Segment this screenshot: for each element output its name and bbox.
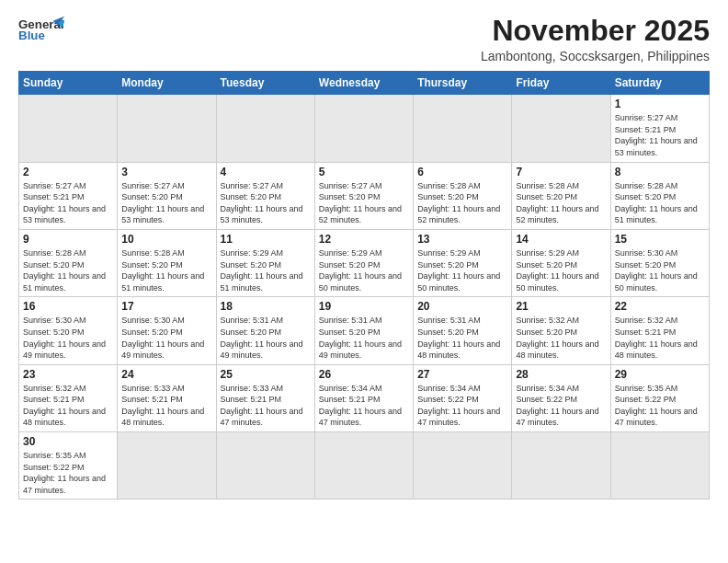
weekday-header-saturday: Saturday: [610, 72, 709, 95]
calendar-cell: 12Sunrise: 5:29 AMSunset: 5:20 PMDayligh…: [314, 229, 413, 296]
sunrise: Sunrise: 5:27 AM: [23, 181, 86, 190]
cell-info: Sunrise: 5:35 AMSunset: 5:22 PMDaylight:…: [615, 383, 705, 429]
cell-info: Sunrise: 5:31 AMSunset: 5:20 PMDaylight:…: [319, 315, 409, 361]
sunrise: Sunrise: 5:35 AM: [23, 451, 86, 460]
daylight: Daylight: 11 hours and 47 minutes.: [417, 407, 500, 428]
logo-icon: General Blue: [18, 15, 64, 42]
cell-info: Sunrise: 5:35 AMSunset: 5:22 PMDaylight:…: [23, 450, 113, 496]
logo: General Blue: [18, 15, 64, 42]
daylight: Daylight: 11 hours and 51 minutes.: [121, 271, 204, 293]
sunset: Sunset: 5:20 PM: [221, 192, 282, 201]
day-number: 4: [221, 166, 311, 178]
sunset: Sunset: 5:21 PM: [615, 327, 677, 337]
month-title: November 2025: [481, 15, 710, 47]
sunset: Sunset: 5:20 PM: [23, 327, 85, 337]
cell-info: Sunrise: 5:28 AMSunset: 5:20 PMDaylight:…: [615, 180, 705, 226]
day-number: 13: [417, 233, 507, 246]
sunset: Sunset: 5:20 PM: [417, 327, 479, 337]
daylight: Daylight: 11 hours and 53 minutes.: [221, 204, 303, 225]
calendar-cell: 4Sunrise: 5:27 AMSunset: 5:20 PMDaylight…: [216, 162, 314, 229]
calendar-row-5: 30Sunrise: 5:35 AMSunset: 5:22 PMDayligh…: [19, 432, 710, 500]
calendar-cell: 29Sunrise: 5:35 AMSunset: 5:22 PMDayligh…: [610, 364, 709, 431]
sunset: Sunset: 5:20 PM: [121, 192, 183, 201]
cell-info: Sunrise: 5:28 AMSunset: 5:20 PMDaylight:…: [516, 180, 606, 226]
calendar-cell: 14Sunrise: 5:29 AMSunset: 5:20 PMDayligh…: [512, 229, 610, 296]
cell-info: Sunrise: 5:29 AMSunset: 5:20 PMDaylight:…: [221, 247, 311, 293]
calendar-cell: [118, 432, 216, 500]
calendar-cell: [610, 432, 709, 500]
daylight: Daylight: 11 hours and 47 minutes.: [615, 407, 698, 428]
day-number: 19: [319, 300, 409, 313]
calendar-cell: 24Sunrise: 5:33 AMSunset: 5:21 PMDayligh…: [118, 364, 216, 431]
sunrise: Sunrise: 5:33 AM: [221, 384, 284, 393]
day-number: 5: [319, 166, 409, 178]
calendar-cell: 8Sunrise: 5:28 AMSunset: 5:20 PMDaylight…: [610, 162, 709, 229]
calendar-cell: 26Sunrise: 5:34 AMSunset: 5:21 PMDayligh…: [314, 364, 413, 431]
sunrise: Sunrise: 5:29 AM: [417, 248, 481, 258]
cell-info: Sunrise: 5:29 AMSunset: 5:20 PMDaylight:…: [516, 247, 606, 293]
sunset: Sunset: 5:20 PM: [121, 327, 183, 337]
calendar-cell: 28Sunrise: 5:34 AMSunset: 5:22 PMDayligh…: [512, 364, 610, 431]
daylight: Daylight: 11 hours and 47 minutes.: [23, 474, 106, 495]
day-number: 2: [23, 166, 113, 178]
sunset: Sunset: 5:20 PM: [516, 192, 577, 201]
sunrise: Sunrise: 5:30 AM: [23, 316, 86, 325]
calendar-cell: 18Sunrise: 5:31 AMSunset: 5:20 PMDayligh…: [216, 297, 314, 364]
day-number: 9: [23, 233, 113, 246]
calendar-cell: 10Sunrise: 5:28 AMSunset: 5:20 PMDayligh…: [118, 229, 216, 296]
sunset: Sunset: 5:21 PM: [221, 395, 282, 404]
title-block: November 2025 Lambontong, Soccsksargen, …: [481, 15, 710, 63]
calendar-cell: 6Sunrise: 5:28 AMSunset: 5:20 PMDaylight…: [414, 162, 512, 229]
calendar-table: SundayMondayTuesdayWednesdayThursdayFrid…: [18, 71, 710, 500]
day-number: 22: [615, 300, 705, 313]
day-number: 15: [615, 233, 705, 246]
daylight: Daylight: 11 hours and 48 minutes.: [121, 407, 204, 428]
cell-info: Sunrise: 5:29 AMSunset: 5:20 PMDaylight:…: [319, 247, 409, 293]
sunset: Sunset: 5:20 PM: [121, 260, 183, 270]
calendar-cell: 17Sunrise: 5:30 AMSunset: 5:20 PMDayligh…: [118, 297, 216, 364]
sunset: Sunset: 5:22 PM: [516, 395, 577, 404]
daylight: Daylight: 11 hours and 48 minutes.: [516, 339, 598, 361]
calendar-row-1: 2Sunrise: 5:27 AMSunset: 5:21 PMDaylight…: [19, 162, 710, 229]
cell-info: Sunrise: 5:31 AMSunset: 5:20 PMDaylight:…: [417, 315, 507, 361]
weekday-header-wednesday: Wednesday: [314, 72, 413, 95]
sunset: Sunset: 5:20 PM: [516, 327, 577, 337]
sunrise: Sunrise: 5:32 AM: [516, 316, 579, 325]
day-number: 11: [221, 233, 311, 246]
calendar-cell: 20Sunrise: 5:31 AMSunset: 5:20 PMDayligh…: [414, 297, 512, 364]
calendar-row-3: 16Sunrise: 5:30 AMSunset: 5:20 PMDayligh…: [19, 297, 710, 364]
calendar-row-0: 1Sunrise: 5:27 AMSunset: 5:21 PMDaylight…: [19, 95, 710, 162]
sunset: Sunset: 5:20 PM: [417, 260, 479, 270]
sunrise: Sunrise: 5:30 AM: [615, 248, 678, 258]
calendar-cell: [216, 95, 314, 162]
sunset: Sunset: 5:22 PM: [23, 463, 85, 472]
cell-info: Sunrise: 5:30 AMSunset: 5:20 PMDaylight:…: [615, 247, 705, 293]
daylight: Daylight: 11 hours and 48 minutes.: [417, 339, 500, 361]
cell-info: Sunrise: 5:30 AMSunset: 5:20 PMDaylight:…: [23, 315, 113, 361]
sunrise: Sunrise: 5:31 AM: [221, 316, 284, 325]
daylight: Daylight: 11 hours and 53 minutes.: [23, 204, 106, 225]
calendar-cell: 3Sunrise: 5:27 AMSunset: 5:20 PMDaylight…: [118, 162, 216, 229]
weekday-header-row: SundayMondayTuesdayWednesdayThursdayFrid…: [19, 72, 710, 95]
day-number: 16: [23, 300, 113, 313]
daylight: Daylight: 11 hours and 49 minutes.: [23, 339, 106, 361]
sunset: Sunset: 5:20 PM: [615, 260, 677, 270]
daylight: Daylight: 11 hours and 52 minutes.: [319, 204, 402, 225]
calendar-cell: [414, 95, 512, 162]
cell-info: Sunrise: 5:27 AMSunset: 5:20 PMDaylight:…: [319, 180, 409, 226]
day-number: 26: [319, 368, 409, 381]
sunrise: Sunrise: 5:29 AM: [319, 248, 382, 258]
daylight: Daylight: 11 hours and 53 minutes.: [121, 204, 204, 225]
sunset: Sunset: 5:20 PM: [221, 327, 282, 337]
day-number: 20: [417, 300, 507, 313]
daylight: Daylight: 11 hours and 51 minutes.: [615, 204, 698, 225]
calendar-cell: 22Sunrise: 5:32 AMSunset: 5:21 PMDayligh…: [610, 297, 709, 364]
day-number: 24: [121, 368, 211, 381]
calendar-cell: [314, 432, 413, 500]
sunrise: Sunrise: 5:27 AM: [121, 181, 185, 190]
sunset: Sunset: 5:21 PM: [319, 395, 381, 404]
cell-info: Sunrise: 5:27 AMSunset: 5:21 PMDaylight:…: [23, 180, 113, 226]
cell-info: Sunrise: 5:27 AMSunset: 5:20 PMDaylight:…: [221, 180, 311, 226]
sunset: Sunset: 5:21 PM: [615, 125, 677, 134]
daylight: Daylight: 11 hours and 48 minutes.: [23, 407, 106, 428]
